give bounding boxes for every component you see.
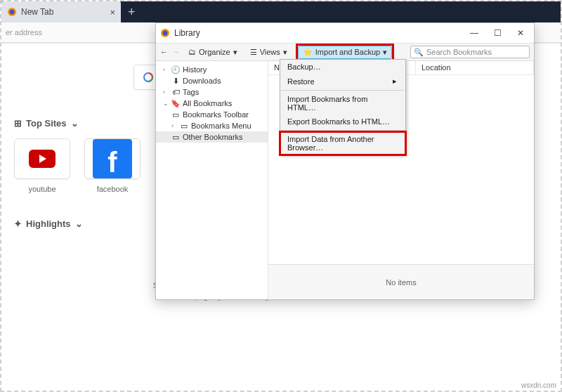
tile-youtube[interactable]: youtube [14, 138, 70, 193]
search-icon: 🔍 [414, 48, 424, 57]
menu-restore[interactable]: Restore▸ [280, 74, 405, 89]
tree-bookmarks-toolbar[interactable]: ▭Bookmarks Toolbar [156, 109, 268, 120]
facebook-icon: f [93, 139, 132, 178]
close-icon[interactable]: × [110, 7, 115, 18]
import-backup-button[interactable]: ⭐ Import and Backup ▾ [298, 46, 392, 59]
browser-tab[interactable]: New Tab × [1, 1, 121, 22]
details-pane: No items [268, 264, 534, 299]
menu-export-html[interactable]: Export Bookmarks to HTML… [280, 115, 405, 129]
bookmark-icon: 🔖 [171, 99, 180, 107]
back-button[interactable]: ← [160, 48, 168, 56]
menu-import-browser[interactable]: Import Data from Another Browser… [280, 132, 405, 155]
menu-separator [281, 90, 405, 91]
library-title: Library [174, 28, 200, 38]
sparkle-icon: ✦ [14, 218, 22, 229]
svg-point-1 [10, 10, 15, 15]
browser-tabbar: New Tab × + [1, 1, 561, 22]
address-text: er address [6, 28, 42, 37]
tile-facebook[interactable]: f facebook [84, 138, 140, 193]
tag-icon: 🏷 [171, 88, 180, 96]
forward-button[interactable]: → [172, 48, 180, 56]
new-tab-button[interactable]: + [121, 5, 143, 20]
highlight-import-button: ⭐ Import and Backup ▾ [296, 44, 394, 61]
minimize-button[interactable]: — [470, 28, 478, 38]
menu-import-html[interactable]: Import Bookmarks from HTML… [280, 92, 405, 115]
tree-tags[interactable]: ›🏷Tags [156, 86, 268, 98]
tree-history[interactable]: ›🕘History [156, 64, 268, 75]
firefox-icon [160, 28, 170, 38]
maximize-button[interactable]: ☐ [494, 28, 502, 38]
download-icon: ⬇ [171, 77, 180, 85]
chevron-down-icon: ⌄ [75, 218, 83, 229]
views-button[interactable]: ☰ Views ▾ [246, 46, 292, 58]
close-button[interactable]: ✕ [517, 28, 524, 38]
menu-separator [281, 130, 405, 131]
folder-icon: ▭ [171, 133, 180, 141]
tree-all-bookmarks[interactable]: ⌄🔖All Bookmarks [156, 98, 268, 109]
firefox-icon [7, 7, 17, 17]
folder-icon: ▭ [180, 122, 188, 130]
tree-bookmarks-menu[interactable]: ›▭Bookmarks Menu [156, 120, 268, 131]
clock-icon: 🕘 [171, 65, 180, 74]
watermark: wsxdn.com [521, 381, 556, 389]
folder-icon: ▭ [171, 110, 180, 119]
google-icon [143, 72, 154, 83]
tree-downloads[interactable]: ⬇Downloads [156, 75, 268, 86]
star-icon: ⭐ [303, 48, 313, 57]
svg-point-4 [163, 31, 168, 36]
organize-icon: 🗂 [188, 48, 196, 56]
organize-button[interactable]: 🗂 Organize ▾ [184, 46, 242, 58]
col-location[interactable]: Location [416, 61, 534, 74]
grid-icon: ⊞ [14, 118, 22, 129]
library-search-input[interactable]: 🔍 Search Bookmarks [410, 46, 530, 58]
import-backup-menu: Backup… Restore▸ Import Bookmarks from H… [280, 59, 406, 155]
chevron-right-icon: ▸ [393, 77, 397, 86]
menu-backup[interactable]: Backup… [280, 60, 405, 74]
library-tree: ›🕘History ⬇Downloads ›🏷Tags ⌄🔖All Bookma… [156, 61, 268, 299]
views-icon: ☰ [250, 48, 257, 57]
youtube-icon [29, 150, 55, 168]
library-titlebar[interactable]: Library — ☐ ✕ [156, 23, 534, 43]
tree-other-bookmarks[interactable]: ▭Other Bookmarks [156, 131, 268, 143]
chevron-down-icon: ⌄ [71, 118, 79, 129]
tab-title: New Tab [21, 7, 53, 17]
